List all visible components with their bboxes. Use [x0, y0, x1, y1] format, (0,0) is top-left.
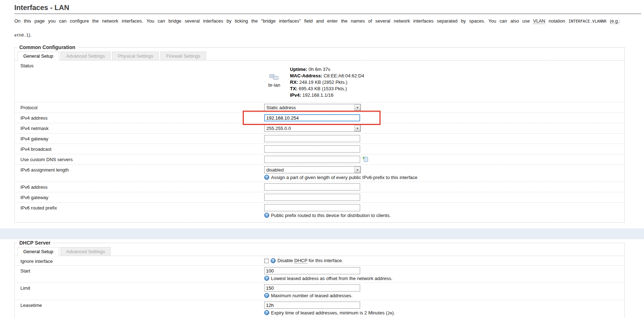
uptime-label: Uptime: — [290, 67, 307, 72]
ipv6-address-input[interactable] — [264, 183, 360, 191]
help-icon: ? — [271, 258, 276, 263]
add-entry-icon[interactable]: + — [362, 156, 368, 162]
ipv6-gateway-input[interactable] — [264, 194, 360, 201]
ignore-interface-row: Ignore interface ? Disable DHCP for this… — [15, 256, 624, 266]
ipv4-netmask-select[interactable]: 255.255.0.0 ▼ — [264, 125, 361, 132]
dhcp-limit-help-text: Maximum number of leased addresses. — [271, 293, 353, 298]
eth0-code: eth0.1 — [14, 33, 29, 38]
eg-term: e.g. — [611, 18, 619, 24]
ipv4-broadcast-label: IPv4 broadcast — [20, 145, 264, 152]
protocol-select[interactable]: Static address ▼ — [264, 104, 361, 111]
help-icon: ? — [264, 276, 269, 281]
dhcp-start-input[interactable] — [264, 267, 360, 274]
dhcp-tabs: General Setup Advanced Settings — [15, 246, 624, 256]
leasetime-help-before: Expiry time of leased addresses, minimum… — [271, 310, 387, 315]
dhcp-limit-row: Limit ? Maximum number of leased address… — [15, 283, 624, 300]
rx-label: RX: — [290, 80, 298, 85]
tx-value: 695.43 KB (1533 Pkts.) — [299, 86, 347, 91]
tab-dhcp-general-setup[interactable]: General Setup — [18, 247, 59, 256]
ipv6-assign-label: IPv6 assignment length — [20, 166, 264, 173]
ipv6-gateway-row: IPv6 gateway — [15, 192, 624, 203]
ipv4-broadcast-input[interactable] — [264, 145, 360, 153]
dhcp-start-help-text: Lowest leased address as offset from the… — [271, 276, 392, 281]
bridge-icon — [269, 76, 279, 82]
interface-vlannr-code: INTERFACE.VLANNR — [568, 19, 606, 24]
description-text: On this page you can configure the netwo… — [14, 18, 533, 24]
dhcp-leasetime-row: Leasetime ? Expiry time of leased addres… — [15, 300, 624, 317]
plus-glyph: + — [362, 155, 365, 160]
mac-label: MAC-Address: — [290, 73, 322, 78]
ipv6-assign-row: IPv6 assignment length disabled ▼ ? Assi… — [15, 165, 624, 182]
ipv4-address-input[interactable] — [264, 114, 360, 121]
ipv6-prefix-label: IPv6 routed prefix — [20, 204, 264, 211]
ipv6-address-row: IPv6 address — [15, 182, 624, 192]
ipv6-gateway-label: IPv6 gateway — [20, 194, 264, 200]
ipv4-netmask-label: IPv4 netmask — [20, 125, 264, 131]
dhcp-leasetime-help-text: Expiry time of leased addresses, minimum… — [271, 310, 395, 315]
dhcp-server-section: DHCP Server General Setup Advanced Setti… — [14, 240, 625, 318]
ipv6-assign-selected-value: disabled — [265, 167, 354, 173]
ipv6-address-label: IPv6 address — [20, 183, 264, 190]
description-text: ). — [29, 32, 32, 38]
tx-label: TX: — [290, 86, 297, 91]
ipv6-prefix-input[interactable] — [264, 204, 360, 211]
protocol-selected-value: Static address — [265, 104, 354, 111]
status-label: Status — [20, 62, 264, 68]
page-description: On this page you can configure the netwo… — [14, 18, 620, 32]
dns-input[interactable] — [264, 156, 360, 163]
ipv4-label: IPv4: — [290, 92, 301, 98]
dns-row: Use custom DNS servers + — [15, 154, 624, 165]
ipv6-prefix-row: IPv6 routed prefix ? Public prefix route… — [15, 203, 624, 220]
ipv4-netmask-selected-value: 255.255.0.0 — [265, 125, 354, 131]
interface-status-info: Uptime: 0h 6m 37s MAC-Address: C8:EE:A6:… — [290, 66, 364, 98]
dhcp-leasetime-input[interactable] — [264, 302, 360, 309]
ipv4-value: 192.168.1.1/16 — [302, 92, 334, 98]
uptime-value: 0h 6m 37s — [309, 67, 330, 72]
help-icon: ? — [264, 213, 269, 218]
tab-physical-settings[interactable]: Physical Settings — [112, 52, 159, 60]
status-row: Status br-lan Uptime: 0h 6m 37s — [15, 61, 624, 102]
common-configuration-section: Common Configuration General Setup Advan… — [14, 44, 625, 223]
ignore-interface-checkbox[interactable] — [264, 259, 269, 263]
dns-label: Use custom DNS servers — [20, 156, 264, 162]
help-icon: ? — [264, 175, 269, 180]
description-text: notation — [545, 18, 568, 24]
ipv6-prefix-help-text: Public prefix routed to this device for … — [271, 213, 391, 218]
ipv4-gateway-row: IPv4 gateway — [15, 134, 624, 144]
common-configuration-legend: Common Configuration — [17, 44, 78, 50]
dhcp-server-legend: DHCP Server — [17, 240, 53, 246]
rx-value: 248.19 KB (2852 Pkts.) — [299, 80, 347, 85]
leasetime-help-after: ). — [392, 310, 395, 315]
dhcp-limit-label: Limit — [20, 284, 264, 291]
tab-advanced-settings[interactable]: Advanced Settings — [60, 52, 111, 60]
chevron-down-icon: ▼ — [354, 125, 360, 131]
vlan-term: VLAN — [533, 18, 545, 24]
page-title: Interfaces - LAN — [14, 0, 641, 14]
tab-dhcp-advanced-settings[interactable]: Advanced Settings — [60, 247, 111, 256]
ignore-help-before: Disable — [277, 258, 294, 263]
help-icon: ? — [264, 310, 269, 315]
leasetime-code: 2m — [387, 311, 392, 315]
ipv4-gateway-label: IPv4 gateway — [20, 135, 264, 141]
ignore-interface-label: Ignore interface — [20, 257, 264, 264]
chevron-down-icon: ▼ — [354, 104, 360, 111]
dhcp-leasetime-label: Leasetime — [20, 302, 264, 308]
dhcp-limit-input[interactable] — [264, 284, 360, 292]
dhcp-term: DHCP — [294, 258, 308, 264]
ipv4-address-row: IPv4 address — [15, 113, 624, 123]
ipv6-assign-select[interactable]: disabled ▼ — [264, 166, 361, 173]
ipv4-netmask-row: IPv4 netmask 255.255.0.0 ▼ — [15, 123, 624, 134]
interface-name: br-lan — [264, 82, 284, 88]
tab-firewall-settings[interactable]: Firewall Settings — [160, 52, 206, 60]
ipv4-gateway-input[interactable] — [264, 135, 360, 142]
tab-general-setup[interactable]: General Setup — [18, 52, 59, 61]
help-icon: ? — [264, 293, 269, 298]
ipv4-address-label: IPv4 address — [20, 114, 264, 121]
section-divider-band — [0, 228, 644, 239]
description-text: ( — [606, 18, 611, 24]
protocol-row: Protocol Static address ▼ — [15, 102, 624, 113]
protocol-label: Protocol — [20, 104, 264, 110]
ignore-help-after: for this interface. — [308, 258, 343, 263]
chevron-down-icon: ▼ — [354, 167, 360, 173]
ignore-help-text: Disable DHCP for this interface. — [277, 258, 343, 263]
